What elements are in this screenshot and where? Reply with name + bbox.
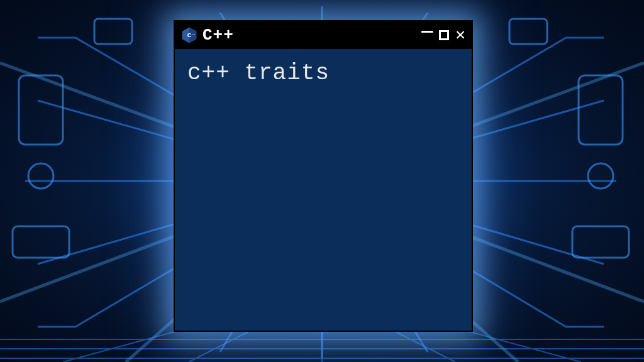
terminal-text: c++ traits bbox=[187, 60, 330, 86]
close-button[interactable]: ✕ bbox=[455, 27, 465, 43]
cpp-hexagon-icon: C + + bbox=[181, 27, 197, 43]
maximize-button[interactable] bbox=[439, 30, 449, 40]
window-controls: — ✕ bbox=[421, 26, 465, 45]
terminal-content[interactable]: c++ traits bbox=[175, 49, 472, 97]
terminal-window: C + + C++ — ✕ c++ traits bbox=[174, 20, 473, 332]
titlebar[interactable]: C + + C++ — ✕ bbox=[175, 21, 472, 49]
window-title: C++ bbox=[203, 26, 416, 45]
svg-text:+: + bbox=[192, 33, 194, 36]
minimize-button[interactable]: — bbox=[421, 22, 433, 41]
svg-text:+: + bbox=[194, 33, 195, 36]
svg-text:C: C bbox=[187, 32, 192, 38]
